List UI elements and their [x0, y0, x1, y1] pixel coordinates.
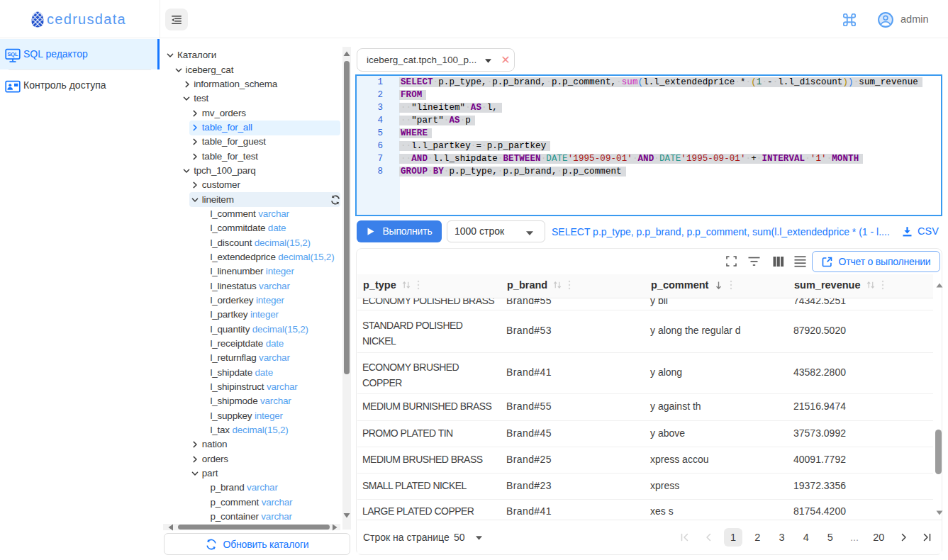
svg-text:SQL: SQL	[7, 51, 18, 57]
